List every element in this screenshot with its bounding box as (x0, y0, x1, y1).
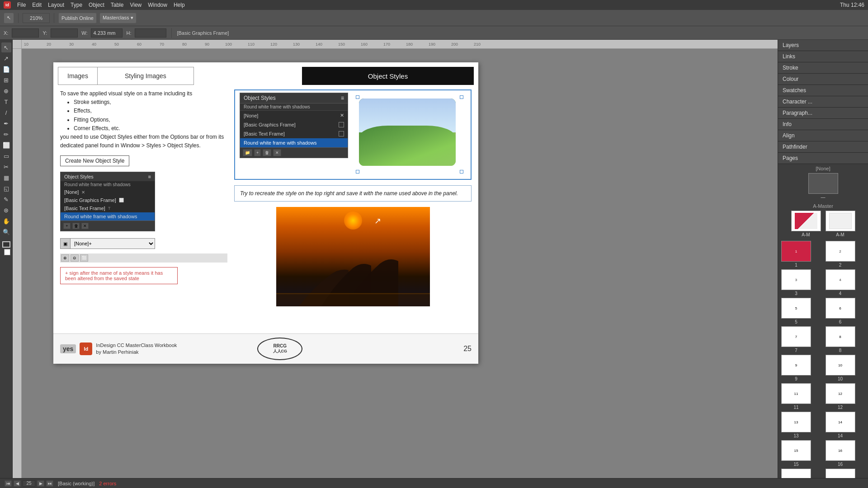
os-item-basic-text[interactable]: [Basic Text Frame] T (61, 204, 155, 212)
y-input[interactable] (51, 28, 78, 38)
menu-help[interactable]: Help (174, 2, 185, 8)
fp-folder-btn[interactable]: 📁 (243, 149, 252, 156)
fp-basic-graphics[interactable]: [Basic Graphics Frame] (240, 120, 348, 129)
tool-zoom[interactable]: 🔍 (1, 227, 11, 237)
tool-hand[interactable]: ✋ (1, 216, 11, 226)
style-select[interactable]: [None]+ (71, 239, 155, 248)
tool-line[interactable]: / (1, 108, 11, 117)
thumb-17[interactable]: 17 (781, 469, 811, 478)
style-action-2[interactable]: ⊖ (71, 254, 79, 262)
tool-scissors[interactable]: ✂ (1, 162, 11, 172)
thumb-7[interactable]: 7 (781, 326, 811, 347)
next-page-btn[interactable]: ▶ (37, 480, 44, 487)
tool-gradient-swatch[interactable]: ▦ (1, 173, 11, 183)
os-item-basic-graphics[interactable]: [Basic Graphics Frame] ⬜ (61, 196, 155, 204)
colour-header[interactable]: Colour (778, 74, 868, 84)
menu-view[interactable]: View (130, 2, 142, 8)
masterclass-btn[interactable]: Masterclass ▾ (99, 13, 137, 23)
pathfinder-header[interactable]: Pathfinder (778, 141, 868, 152)
menu-window[interactable]: Window (148, 2, 167, 8)
tab-object-styles[interactable]: Object Styles (302, 67, 474, 85)
align-header[interactable]: Align (778, 130, 868, 141)
a-master-thumb-2[interactable] (826, 211, 855, 231)
os-panel-menu[interactable]: ≡ (148, 174, 151, 179)
h-input[interactable] (135, 28, 166, 38)
thumb-5[interactable]: 5 (781, 298, 811, 319)
fp-menu[interactable]: ≡ (341, 95, 344, 101)
info-header[interactable]: Info (778, 119, 868, 130)
tool-selection[interactable]: ↖ (1, 42, 11, 52)
menu-file[interactable]: File (17, 2, 26, 8)
os-new-style-btn[interactable]: + (63, 223, 71, 229)
thumb-6[interactable]: 6 (826, 298, 855, 319)
zoom-input[interactable] (23, 13, 50, 23)
menu-edit[interactable]: Edit (32, 2, 42, 8)
tab-styling[interactable]: Styling Images (98, 67, 194, 85)
thumb-4[interactable]: 4 (826, 269, 855, 290)
x-input[interactable] (12, 28, 39, 38)
thumb-9[interactable]: 9 (781, 355, 811, 375)
thumb-1[interactable]: 1 (781, 241, 811, 262)
current-page-input[interactable] (23, 480, 35, 487)
thumb-2[interactable]: 2 (826, 241, 855, 262)
last-page-btn[interactable]: ⏭ (46, 480, 53, 487)
thumb-18[interactable]: 18 (826, 469, 855, 478)
menu-type[interactable]: Type (71, 2, 82, 8)
menu-object[interactable]: Object (89, 2, 104, 8)
thumb-10[interactable]: 10 (826, 355, 855, 375)
stroke-color-box[interactable] (4, 249, 10, 255)
tool-gradient-feather[interactable]: ◱ (1, 183, 11, 193)
tool-rectangle-frame[interactable]: ⬜ (1, 140, 11, 150)
a-master-thumb-1[interactable] (791, 211, 821, 231)
os-none-close[interactable]: ✕ (81, 190, 85, 195)
thumb-8[interactable]: 8 (826, 326, 855, 347)
thumb-13[interactable]: 13 (781, 412, 811, 432)
thumb-3[interactable]: 3 (781, 269, 811, 290)
tool-eyedropper[interactable]: ⊛ (1, 205, 11, 215)
character-header[interactable]: Character ... (778, 96, 868, 107)
style-action-1[interactable]: ⊕ (61, 254, 69, 262)
links-header[interactable]: Links (778, 51, 868, 62)
stroke-header[interactable]: Stroke (778, 62, 868, 73)
thumb-11[interactable]: 11 (781, 383, 811, 404)
tool-select[interactable]: ↖ (4, 13, 14, 23)
create-new-object-style-btn[interactable]: Create New Object Style (60, 155, 129, 166)
tool-type[interactable]: T (1, 97, 11, 107)
publish-online-btn[interactable]: Publish Online (58, 13, 97, 23)
paragraph-header[interactable]: Paragraph... (778, 108, 868, 118)
os-item-none[interactable]: [None] ✕ (61, 188, 155, 196)
tool-note[interactable]: ✎ (1, 194, 11, 204)
thumb-15[interactable]: 15 (781, 440, 811, 461)
thumb-16[interactable]: 16 (826, 440, 855, 461)
tool-rectangle[interactable]: ▭ (1, 151, 11, 161)
thumb-14[interactable]: 14 (826, 412, 855, 432)
prev-page-btn[interactable]: ◀ (14, 480, 21, 487)
fp-new-btn[interactable]: + (254, 149, 261, 156)
os-clear-btn[interactable]: ✕ (81, 223, 89, 229)
os-delete-btn[interactable]: 🗑 (72, 223, 80, 229)
fp-round-white[interactable]: Round white frame with shadows (240, 138, 348, 147)
tool-content-collector[interactable]: ⊕ (1, 86, 11, 96)
thumb-12[interactable]: 12 (826, 383, 855, 404)
tool-direct-select[interactable]: ↗ (1, 53, 11, 63)
fp-basic-text[interactable]: [Basic Text Frame] (240, 129, 348, 138)
fp-clear-btn[interactable]: ✕ (273, 149, 281, 156)
os-item-round-white[interactable]: Round white frame with shadows (61, 212, 155, 221)
layers-header[interactable]: Layers (778, 40, 868, 51)
tool-page[interactable]: 📄 (1, 64, 11, 74)
first-page-btn[interactable]: ⏮ (5, 480, 12, 487)
fp-none[interactable]: [None] ✕ (240, 111, 348, 120)
menu-layout[interactable]: Layout (48, 2, 64, 8)
menu-table[interactable]: Table (111, 2, 124, 8)
swatches-header[interactable]: Swatches (778, 85, 868, 96)
w-input[interactable] (91, 28, 123, 38)
none-thumb[interactable] (808, 173, 838, 194)
image-frame-area[interactable]: Object Styles ≡ Round white frame with s… (234, 89, 472, 180)
style-action-3[interactable]: ⬜ (80, 254, 88, 262)
fp-delete-btn[interactable]: 🗑 (263, 149, 271, 156)
fill-color-box[interactable] (2, 241, 10, 248)
tool-pencil[interactable]: ✏ (1, 129, 11, 139)
fp-none-x[interactable]: ✕ (340, 113, 344, 118)
tool-gap[interactable]: ⊞ (1, 75, 11, 85)
tab-images[interactable]: Images (58, 67, 98, 85)
